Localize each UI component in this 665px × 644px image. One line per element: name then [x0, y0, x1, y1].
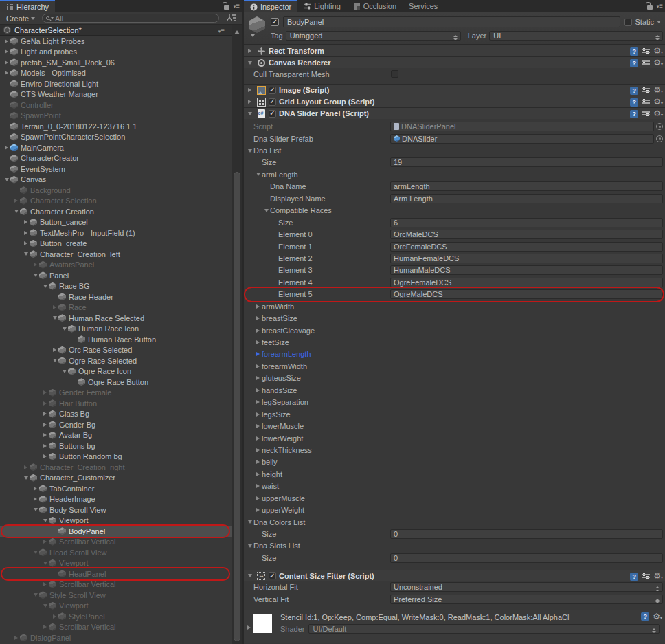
hierarchy-item-charactercreator[interactable]: CharacterCreator — [0, 153, 232, 164]
foldout-arrow[interactable] — [12, 199, 20, 203]
static-checkbox[interactable] — [624, 19, 632, 26]
help-icon[interactable]: ? — [630, 573, 638, 581]
inspector-menu-icon[interactable]: ≡ — [657, 2, 662, 10]
foldout-arrow[interactable] — [41, 454, 49, 458]
hierarchy-item-panel[interactable]: Panel — [0, 270, 232, 281]
cull-transparent-mesh-checkbox[interactable] — [391, 70, 398, 78]
foldout-arrow[interactable] — [254, 329, 262, 333]
foldout-arrow[interactable] — [32, 487, 39, 491]
foldout-arrow[interactable] — [254, 340, 262, 344]
dna-entry-gluteussize-foldout[interactable]: gluteusSize — [244, 373, 665, 384]
foldout-arrow[interactable] — [254, 316, 262, 320]
hierarchy-item-human-race-selected[interactable]: Human Race Selected — [0, 313, 232, 324]
hierarchy-item-tabcontainer[interactable]: TabContainer — [0, 483, 232, 494]
hierarchy-item-headerimage[interactable]: HeaderImage — [0, 494, 232, 505]
foldout-arrow[interactable] — [246, 574, 253, 577]
armlength-displayed-name-row[interactable]: Displayed NameArm Length — [244, 192, 665, 204]
foldout-arrow[interactable] — [51, 359, 58, 362]
tab-services[interactable]: Services — [403, 0, 444, 12]
tab-occlusion[interactable]: Occlusion — [347, 0, 403, 12]
dna-colors-list-foldout[interactable]: Dna Colors List — [244, 516, 665, 528]
dna-entry-legssize-foldout[interactable]: legsSize — [244, 408, 665, 420]
armlength-dna-name-row-value[interactable]: armLength — [390, 181, 663, 191]
compatible-races-element-5-row[interactable]: Element 5OgreMaleDCS — [244, 289, 665, 300]
foldout-arrow[interactable] — [254, 484, 262, 488]
hierarchy-item-human-race-icon[interactable]: Human Race Icon — [0, 324, 232, 335]
script-row-value[interactable]: DNASliderPanel — [390, 122, 654, 131]
hierarchy-item-dialogpanel[interactable]: DialogPanel — [0, 632, 232, 643]
dna-entry-lowerweight-foldout[interactable]: lowerWeight — [244, 432, 665, 444]
hierarchy-item-spawnpointcharacterselection[interactable]: SpawnPointCharacterSelection — [0, 132, 232, 143]
create-button[interactable]: Create — [2, 14, 39, 23]
foldout-arrow[interactable] — [12, 636, 20, 640]
foldout-arrow[interactable] — [254, 496, 262, 500]
hierarchy-item-textmeshpro-inputfield-1[interactable]: TextMeshPro - InputField (1) — [0, 227, 232, 238]
component-rect-transform-header[interactable]: Rect Transform ? ⚙ — [244, 45, 665, 56]
foldout-arrow[interactable] — [254, 436, 262, 441]
compatible-races-element-4-row-value[interactable]: OgreFemaleDCS — [390, 278, 663, 287]
foldout-arrow[interactable] — [51, 316, 58, 320]
foldout-arrow[interactable] — [3, 49, 10, 54]
material-foldout-arrow[interactable] — [245, 625, 253, 630]
presets-icon[interactable] — [642, 60, 650, 67]
gear-icon[interactable]: ⚙ — [653, 109, 663, 119]
gear-icon[interactable]: ⚙ — [653, 612, 662, 622]
foldout-arrow[interactable] — [254, 173, 262, 176]
presets-icon[interactable] — [642, 87, 650, 94]
compatible-races-element-3-row[interactable]: Element 3HumanMaleDCS — [244, 265, 665, 276]
hierarchy-item-buttons-bg[interactable]: Buttons bg — [0, 441, 232, 452]
foldout-arrow[interactable] — [22, 476, 30, 480]
foldout-arrow[interactable] — [51, 614, 58, 619]
hierarchy-item-ogre-race-icon[interactable]: Ogre Race Icon — [0, 366, 232, 377]
foldout-arrow[interactable] — [41, 433, 49, 437]
dna-slots-list-foldout[interactable]: Dna Slots List — [244, 540, 665, 552]
hierarchy-item-character-creation-left[interactable]: Character_Creation_left — [0, 249, 232, 260]
foldout-arrow[interactable] — [254, 472, 262, 476]
hierarchy-item-avatar-bg[interactable]: Avatar Bg — [0, 430, 232, 441]
hierarchy-item-background[interactable]: Background — [0, 185, 232, 196]
dna-entry-neckthickness-foldout[interactable]: neckThickness — [244, 444, 665, 456]
foldout-arrow[interactable] — [254, 424, 262, 428]
foldout-arrow[interactable] — [254, 376, 262, 380]
gameobject-cube-icon[interactable] — [249, 16, 265, 33]
hierarchy-item-headpanel[interactable]: HeadPanel — [0, 568, 232, 579]
hierarchy-item-controller[interactable]: Controller — [0, 100, 232, 111]
dna-entry-upperweight-foldout[interactable]: upperWeight — [244, 504, 665, 515]
foldout-arrow[interactable] — [41, 625, 49, 629]
hierarchy-item-orc-race-selected[interactable]: Orc Race Selected — [0, 345, 232, 356]
dna-list-size-row-value[interactable]: 19 — [390, 157, 663, 167]
dna-list-foldout[interactable]: Dna List — [244, 144, 665, 156]
dna-entry-handssize-foldout[interactable]: handsSize — [244, 384, 665, 396]
foldout-arrow[interactable] — [41, 444, 49, 448]
component-dna-slider-panel-header[interactable]: ✓ DNA Slider Panel (Script) ? ⚙ — [244, 107, 665, 119]
foldout-arrow[interactable] — [41, 562, 49, 565]
component-content-size-fitter-header[interactable]: ✓ Content Size Fitter (Script) ? ⚙ — [244, 570, 665, 581]
foldout-arrow[interactable] — [41, 412, 49, 416]
presets-icon[interactable] — [642, 573, 650, 580]
horizontal-fit-row-value[interactable]: Unconstrained — [390, 582, 663, 592]
foldout-arrow[interactable] — [246, 61, 253, 65]
layer-dropdown[interactable]: UI — [489, 31, 663, 41]
hierarchy-item-avatarspanel[interactable]: AvatarsPanel — [0, 260, 232, 271]
dna-entry-lowermuscle-foldout[interactable]: lowerMuscle — [244, 420, 665, 432]
dna-entry-waist-foldout[interactable]: waist — [244, 480, 665, 492]
foldout-arrow[interactable] — [32, 263, 39, 267]
hierarchy-item-viewport[interactable]: Viewport — [0, 601, 232, 612]
foldout-arrow[interactable] — [32, 508, 39, 511]
hierarchy-item-scrollbar-vertical[interactable]: Scrollbar Vertical — [0, 579, 232, 590]
hierarchy-item-maincamera[interactable]: MainCamera — [0, 142, 232, 153]
grid-layout-enabled-checkbox[interactable]: ✓ — [269, 98, 276, 106]
compatible-races-element-0-row[interactable]: Element 0OrcMaleDCS — [244, 228, 665, 240]
script-row[interactable]: ScriptDNASliderPanel — [244, 120, 665, 132]
hierarchy-item-button-random-bg[interactable]: Button Random bg — [0, 452, 232, 463]
hierarchy-item-body-scroll-view[interactable]: Body Scroll View — [0, 504, 232, 515]
hierarchy-item-gender-female[interactable]: Gender Female — [0, 388, 232, 399]
object-picker-icon[interactable] — [656, 135, 663, 142]
foldout-arrow[interactable] — [246, 544, 253, 548]
compatible-races-size-row-value[interactable]: 6 — [390, 218, 663, 227]
component-grid-layout-header[interactable]: ✓ Grid Layout Group (Script) ? ⚙ — [244, 96, 665, 107]
armlength-displayed-name-row-value[interactable]: Arm Length — [390, 194, 663, 203]
foldout-arrow[interactable] — [254, 364, 262, 368]
foldout-arrow[interactable] — [51, 348, 58, 352]
foldout-arrow[interactable] — [254, 412, 262, 417]
